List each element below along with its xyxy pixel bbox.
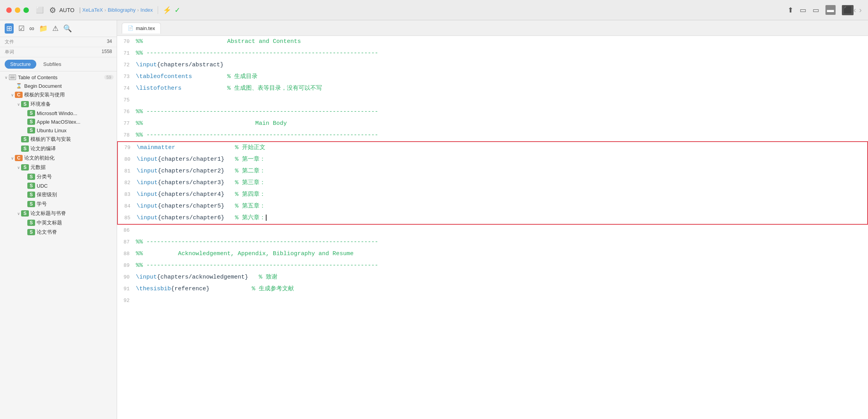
sidebar-toggle-icon[interactable]: ⬜ (35, 5, 44, 15)
chevron-icon: ∨ (16, 165, 21, 170)
back-arrow-icon[interactable]: ‹ (854, 5, 856, 14)
tree-item-label: 学号 (37, 201, 114, 208)
code-line: 78%% -----------------------------------… (117, 130, 868, 141)
tree-item[interactable]: S中英文标题 (0, 218, 117, 227)
editor-area: 📄 main.tex 70%% Abstract and Contents71%… (117, 20, 868, 419)
sidebar-toolbar: ⊞ ☑ ∞ 📁 ⚠ 🔍 (0, 20, 117, 37)
share-icon[interactable]: ⬆ (788, 6, 793, 14)
editor-tab-main[interactable]: 📄 main.tex (122, 23, 161, 34)
tree-item[interactable]: S模板的下载与安装 (0, 135, 117, 144)
line-number: 78 (117, 130, 136, 141)
line-content[interactable]: \tableofcontents % 生成目录 (136, 71, 868, 83)
tree-item-label: Microsoft Windo... (37, 110, 114, 116)
code-line: 77%% Main Body (117, 118, 868, 130)
layout2-icon[interactable]: ▭ (813, 6, 819, 14)
breadcrumb-index[interactable]: Index (141, 7, 153, 13)
code-line: 75 (117, 94, 868, 106)
tree-item-label: Apple MacOS\tex... (37, 119, 114, 125)
item-icon (9, 74, 16, 80)
infinity-icon[interactable]: ∞ (29, 25, 34, 33)
breadcrumb-bibliography[interactable]: Bibliography (108, 7, 136, 13)
tree-item[interactable]: ∨S论文标题与书脊 (0, 209, 117, 218)
tree-item[interactable]: ∨C论文的初始化 (0, 153, 117, 163)
tree-item[interactable]: ⌛Begin Document (0, 82, 117, 90)
close-button[interactable] (6, 7, 12, 13)
line-content[interactable]: \input{chapters/chapter4} % 第四章： (137, 189, 867, 201)
line-content[interactable]: \input{chapters/chapter3} % 第三章： (137, 177, 867, 189)
check-icon: ✓ (174, 6, 180, 14)
line-content[interactable]: %% -------------------------------------… (136, 48, 868, 59)
layout1-icon[interactable]: ▭ (800, 6, 806, 14)
checkbox-icon[interactable]: ☑ (18, 24, 25, 33)
tree-item-label: 元数据 (30, 164, 114, 171)
line-content[interactable]: %% -------------------------------------… (136, 106, 868, 118)
line-content[interactable]: \input{chapters/chapter6} % 第六章： (137, 212, 867, 224)
code-line: 87%% -----------------------------------… (117, 236, 868, 248)
chevron-icon: ∨ (3, 75, 9, 80)
line-content[interactable]: \mainmatter % 开始正文 (137, 142, 867, 154)
filter-icon[interactable]: ⚡ (163, 6, 171, 14)
tree-item[interactable]: ∨S环境准备 (0, 99, 117, 109)
breadcrumb-xelatex[interactable]: XeLaTeX (82, 7, 103, 13)
line-number: 77 (117, 118, 136, 130)
tree-item[interactable]: SUDC (0, 181, 117, 190)
minimize-button[interactable] (15, 7, 20, 13)
words-count: 1558 (101, 49, 112, 55)
tree-item[interactable]: ∨Table of Contents59 (0, 73, 117, 82)
line-content[interactable]: \listofothers % 生成图、表等目录，没有可以不写 (136, 83, 868, 94)
line-number: 84 (118, 201, 137, 212)
chevron-icon: ∨ (16, 211, 21, 216)
tree-item[interactable]: S论文书脊 (0, 227, 117, 237)
tree-item[interactable]: SMicrosoft Windo... (0, 109, 117, 117)
tree-item[interactable]: S保密级别 (0, 190, 117, 199)
line-content[interactable]: %% Main Body (136, 118, 868, 130)
document-icon[interactable]: ⊞ (5, 23, 14, 34)
tab-subfiles[interactable]: Subfiles (38, 60, 67, 69)
tree-item-label: 环境准备 (30, 101, 114, 108)
line-content[interactable]: \input{chapters/chapter2} % 第二章： (137, 165, 867, 177)
tree-item[interactable]: ∨C模板的安装与使用 (0, 90, 117, 99)
line-content[interactable]: \input{chapters/acknowledgement} % 致谢 (136, 272, 868, 283)
tree-item-label: Ubuntu Linux (37, 128, 114, 133)
settings-icon[interactable]: ⚙ (49, 5, 56, 15)
code-editor[interactable]: 70%% Abstract and Contents71%% ---------… (117, 36, 868, 419)
line-content[interactable]: %% Acknowledgement, Appendix, Bibliograp… (136, 248, 868, 260)
line-content[interactable]: \input{chapters/chapter1} % 第一章： (137, 154, 867, 165)
files-label: 文件 (5, 39, 14, 45)
item-icon: S (27, 127, 35, 133)
line-content[interactable]: %% Abstract and Contents (136, 36, 868, 48)
tree-item-label: 论文的初始化 (24, 154, 114, 162)
tree-item[interactable]: S学号 (0, 199, 117, 209)
tree-item[interactable]: S论文的编译 (0, 144, 117, 153)
tree-item[interactable]: ∨S元数据 (0, 163, 117, 172)
tree-item[interactable]: SUbuntu Linux (0, 126, 117, 135)
chevron-icon: ∨ (16, 102, 21, 107)
warning-icon[interactable]: ⚠ (52, 24, 59, 33)
titlebar: ⬜ ⚙ AUTO | XeLaTeX › Bibliography › Inde… (0, 0, 868, 20)
line-content[interactable]: %% -------------------------------------… (136, 236, 868, 248)
code-line: 89%% -----------------------------------… (117, 260, 868, 272)
sidebar-stats: 文件 34 (0, 37, 117, 47)
tree-item[interactable]: SApple MacOS\tex... (0, 117, 117, 126)
forward-arrow-icon[interactable]: › (859, 5, 862, 14)
item-icon: S (27, 192, 35, 198)
item-icon: S (27, 174, 35, 180)
code-line: 74\listofothers % 生成图、表等目录，没有可以不写 (117, 83, 868, 94)
tree-item[interactable]: S分类号 (0, 172, 117, 181)
line-content[interactable]: %% -------------------------------------… (136, 260, 868, 272)
code-line: 86 (117, 225, 868, 236)
sidebar-tabs: Structure Subfiles (0, 57, 117, 71)
folder-icon[interactable]: 📁 (39, 24, 48, 33)
fullscreen-button[interactable] (23, 7, 29, 13)
line-content[interactable]: \thesisbib{reference} % 生成参考文献 (136, 283, 868, 295)
line-number: 74 (117, 83, 136, 94)
layout4-icon[interactable]: ⬛ (842, 5, 854, 15)
line-content[interactable]: %% -------------------------------------… (136, 130, 868, 141)
line-content[interactable]: \input{chapters/chapter5} % 第五章： (137, 201, 867, 212)
line-content[interactable]: \input{chapters/abstract} (136, 59, 868, 71)
line-number: 88 (117, 248, 136, 260)
tab-structure[interactable]: Structure (5, 60, 36, 69)
search-icon[interactable]: 🔍 (63, 24, 72, 33)
line-number: 92 (117, 295, 136, 307)
layout3-icon[interactable]: ▬ (825, 5, 836, 15)
